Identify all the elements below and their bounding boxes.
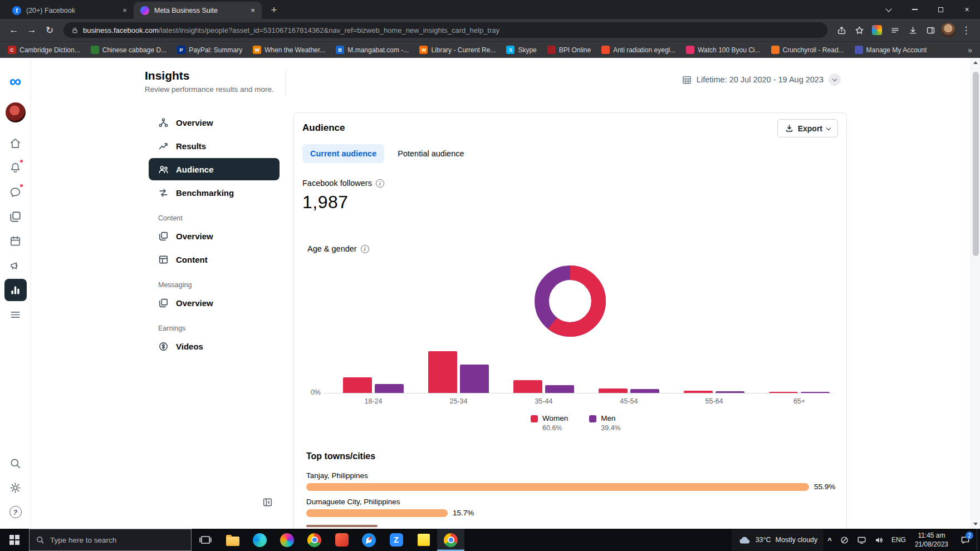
meta-favicon [140,6,149,15]
rail-home-button[interactable] [4,132,27,154]
app-red-taskbar-button[interactable] [328,529,355,551]
downloads-icon[interactable] [904,22,921,38]
date-range-selector[interactable]: Lifetime: 20 Jul 2020 - 19 Aug 2023 [682,73,841,86]
collapse-sidebar-button[interactable] [261,495,274,509]
rail-settings-button[interactable] [4,476,27,499]
language-indicator[interactable]: ENG [888,529,910,551]
nav-section-label: Earnings [158,324,280,332]
tab-close-icon[interactable]: × [248,6,257,15]
close-button[interactable]: × [954,0,980,19]
export-label: Export [798,124,822,133]
rail-inbox-button[interactable] [4,181,27,203]
zoom-taskbar-button[interactable]: Z [383,529,410,551]
screen: f(20+) Facebook×Meta Business Suite× + ×… [0,0,980,551]
rail-notifications-button[interactable] [4,156,27,179]
file-explorer-taskbar-button[interactable] [219,529,246,551]
nav-item-overview[interactable]: Overview [149,111,280,134]
lock-icon [71,27,79,34]
tray-display-icon[interactable] [853,529,870,551]
tray-volume-icon[interactable] [870,529,888,551]
new-tab-button[interactable]: + [266,2,282,18]
nav-item-overview[interactable]: Overview [149,225,280,247]
system-tray: 33°C Mostly cloudy ^ ENG 11:45 am 21/08/… [732,529,980,551]
action-center-button[interactable]: 2 [953,529,977,551]
gear-icon [9,481,22,494]
windows-taskbar: Type here to search Z 33°C Mostly cloudy… [0,529,980,551]
chrome-taskbar-button[interactable] [437,529,464,551]
maximize-icon [938,7,943,12]
info-icon[interactable]: i [361,245,369,253]
scroll-up-arrow[interactable] [971,58,980,67]
taskbar-clock[interactable]: 11:45 am 21/08/2023 [910,531,953,549]
minimize-button[interactable] [901,0,928,19]
nav-item-results[interactable]: Results [149,135,280,157]
share-icon[interactable] [833,22,850,38]
search-icon [36,535,45,544]
meta-logo[interactable]: ∞ [9,72,21,90]
age-group-25-34 [416,343,501,393]
edge-taskbar-button[interactable] [246,529,273,551]
nav-item-audience[interactable]: Audience [149,158,280,180]
maximize-button[interactable] [928,0,954,19]
tab-current-audience[interactable]: Current audience [302,144,384,163]
page-scrollbar[interactable] [971,58,980,529]
profile-avatar-button[interactable] [940,22,957,38]
bar-women-25-34 [428,351,457,393]
start-button[interactable] [0,529,29,551]
export-button[interactable]: Export [777,119,838,137]
rail-help-button[interactable]: ? [4,501,27,523]
browser-menu-icon[interactable]: ⋮ [958,22,974,38]
reload-button[interactable]: ↻ [41,22,58,38]
legend-men: Men39.4% [589,414,620,432]
bar-men-55-64 [716,391,744,393]
hidden-icons-chevron[interactable]: ^ [824,529,836,551]
tray-status-icon[interactable] [836,529,853,551]
show-desktop-button[interactable] [977,529,980,551]
app-colorful-taskbar-button[interactable] [273,529,301,551]
task-view-taskbar-button[interactable] [192,529,219,551]
browser-tab[interactable]: Meta Business Suite× [134,2,262,19]
taskbar-search-input[interactable]: Type here to search [29,529,192,551]
tab-potential-audience[interactable]: Potential audience [390,144,472,163]
rail-ads-button[interactable] [4,254,27,277]
browser-tab-strip: f(20+) Facebook×Meta Business Suite× + × [0,0,980,19]
gender-donut-chart [531,262,609,340]
followers-count: 1,987 [302,192,349,213]
back-button[interactable]: ← [6,22,22,38]
tab-title: (20+) Facebook [26,7,115,14]
rail-planner-button[interactable] [4,230,27,252]
rail-search-button[interactable] [4,452,27,474]
bookmark-star-icon[interactable] [851,22,868,38]
extension-icon[interactable] [869,22,885,38]
legend-texts: Women60.6% [542,414,568,432]
followers-label-text: Facebook followers [302,179,372,188]
nav-item-content[interactable]: Content [149,248,280,270]
rail-all-tools-button[interactable] [4,303,27,326]
nav-item-benchmarking[interactable]: Benchmarking [149,181,280,204]
tab-close-icon[interactable]: × [120,6,129,15]
address-bar[interactable]: business.facebook.com/latest/insights/pe… [63,22,827,38]
bar-men-35-44 [545,385,574,393]
nav-item-label: Content [176,255,208,264]
nav-item-videos[interactable]: Videos [149,335,280,357]
rail-insights-button[interactable] [4,279,27,301]
rail-content-button[interactable] [4,205,27,228]
more-bookmarks-chevron[interactable]: » [968,46,972,55]
info-icon[interactable]: i [376,179,384,188]
sticky-notes-taskbar-button[interactable] [410,529,437,551]
weather-widget[interactable]: 33°C Mostly cloudy [732,529,824,551]
chrome-taskbar-button[interactable] [301,529,328,551]
tab-search-button[interactable] [875,0,901,19]
notification-badge: 2 [966,532,973,539]
forward-button[interactable]: → [23,22,40,38]
page-avatar[interactable] [6,102,26,122]
content-area: ∞ ? Insights Review performance results … [0,58,980,529]
nav-item-overview[interactable]: Overview [149,292,280,314]
browser-tab[interactable]: f(20+) Facebook× [6,2,134,19]
scroll-down-arrow[interactable] [971,519,980,529]
safari-taskbar-button[interactable] [355,529,383,551]
nav-item-label: Videos [176,342,203,351]
scrollbar-thumb[interactable] [973,72,979,256]
reading-list-icon[interactable] [886,22,903,38]
side-panel-icon[interactable] [922,22,939,38]
